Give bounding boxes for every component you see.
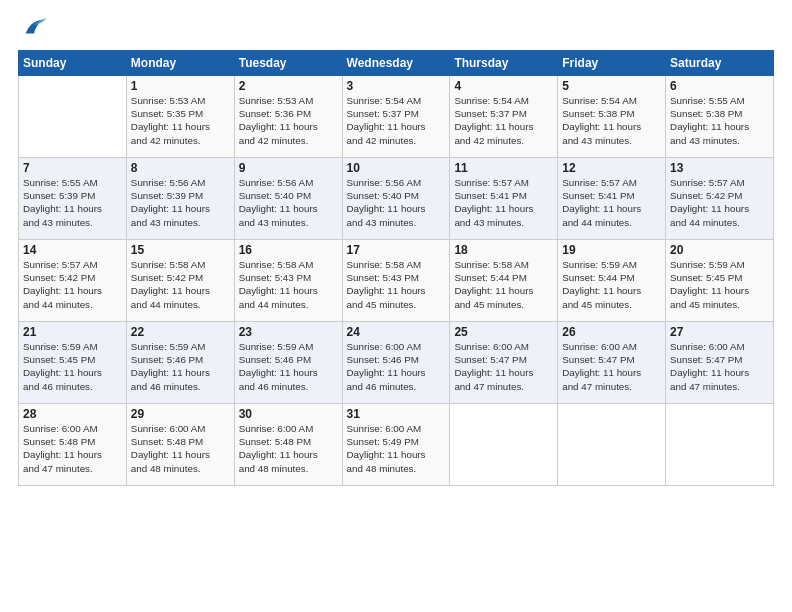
weekday-wednesday: Wednesday <box>342 51 450 76</box>
calendar-cell: 4Sunrise: 5:54 AM Sunset: 5:37 PM Daylig… <box>450 76 558 158</box>
calendar-cell: 31Sunrise: 6:00 AM Sunset: 5:49 PM Dayli… <box>342 404 450 486</box>
day-info: Sunrise: 5:53 AM Sunset: 5:36 PM Dayligh… <box>239 94 338 147</box>
day-number: 3 <box>347 79 446 93</box>
weekday-saturday: Saturday <box>666 51 774 76</box>
day-number: 26 <box>562 325 661 339</box>
day-info: Sunrise: 5:54 AM Sunset: 5:38 PM Dayligh… <box>562 94 661 147</box>
calendar-cell: 11Sunrise: 5:57 AM Sunset: 5:41 PM Dayli… <box>450 158 558 240</box>
day-number: 19 <box>562 243 661 257</box>
header <box>18 18 774 42</box>
day-info: Sunrise: 5:59 AM Sunset: 5:45 PM Dayligh… <box>670 258 769 311</box>
day-number: 18 <box>454 243 553 257</box>
day-info: Sunrise: 5:59 AM Sunset: 5:46 PM Dayligh… <box>131 340 230 393</box>
weekday-tuesday: Tuesday <box>234 51 342 76</box>
day-number: 25 <box>454 325 553 339</box>
calendar-cell: 14Sunrise: 5:57 AM Sunset: 5:42 PM Dayli… <box>19 240 127 322</box>
day-number: 16 <box>239 243 338 257</box>
day-number: 13 <box>670 161 769 175</box>
day-info: Sunrise: 6:00 AM Sunset: 5:48 PM Dayligh… <box>239 422 338 475</box>
day-number: 9 <box>239 161 338 175</box>
calendar-cell: 17Sunrise: 5:58 AM Sunset: 5:43 PM Dayli… <box>342 240 450 322</box>
calendar-cell: 7Sunrise: 5:55 AM Sunset: 5:39 PM Daylig… <box>19 158 127 240</box>
calendar-cell: 10Sunrise: 5:56 AM Sunset: 5:40 PM Dayli… <box>342 158 450 240</box>
day-info: Sunrise: 5:55 AM Sunset: 5:39 PM Dayligh… <box>23 176 122 229</box>
day-number: 11 <box>454 161 553 175</box>
page: SundayMondayTuesdayWednesdayThursdayFrid… <box>0 0 792 612</box>
day-number: 5 <box>562 79 661 93</box>
calendar-cell <box>19 76 127 158</box>
calendar-table: SundayMondayTuesdayWednesdayThursdayFrid… <box>18 50 774 486</box>
day-number: 24 <box>347 325 446 339</box>
weekday-thursday: Thursday <box>450 51 558 76</box>
calendar-cell: 18Sunrise: 5:58 AM Sunset: 5:44 PM Dayli… <box>450 240 558 322</box>
calendar-cell: 3Sunrise: 5:54 AM Sunset: 5:37 PM Daylig… <box>342 76 450 158</box>
calendar-cell: 15Sunrise: 5:58 AM Sunset: 5:42 PM Dayli… <box>126 240 234 322</box>
weekday-monday: Monday <box>126 51 234 76</box>
day-info: Sunrise: 6:00 AM Sunset: 5:46 PM Dayligh… <box>347 340 446 393</box>
day-info: Sunrise: 5:57 AM Sunset: 5:42 PM Dayligh… <box>670 176 769 229</box>
day-number: 4 <box>454 79 553 93</box>
day-info: Sunrise: 5:55 AM Sunset: 5:38 PM Dayligh… <box>670 94 769 147</box>
day-number: 2 <box>239 79 338 93</box>
day-info: Sunrise: 5:59 AM Sunset: 5:44 PM Dayligh… <box>562 258 661 311</box>
day-info: Sunrise: 5:59 AM Sunset: 5:46 PM Dayligh… <box>239 340 338 393</box>
day-info: Sunrise: 5:58 AM Sunset: 5:43 PM Dayligh… <box>239 258 338 311</box>
day-number: 27 <box>670 325 769 339</box>
day-info: Sunrise: 5:54 AM Sunset: 5:37 PM Dayligh… <box>347 94 446 147</box>
calendar-week-3: 21Sunrise: 5:59 AM Sunset: 5:45 PM Dayli… <box>19 322 774 404</box>
day-info: Sunrise: 5:54 AM Sunset: 5:37 PM Dayligh… <box>454 94 553 147</box>
calendar-cell <box>666 404 774 486</box>
day-info: Sunrise: 5:53 AM Sunset: 5:35 PM Dayligh… <box>131 94 230 147</box>
day-info: Sunrise: 5:58 AM Sunset: 5:43 PM Dayligh… <box>347 258 446 311</box>
calendar-cell: 19Sunrise: 5:59 AM Sunset: 5:44 PM Dayli… <box>558 240 666 322</box>
calendar-cell: 9Sunrise: 5:56 AM Sunset: 5:40 PM Daylig… <box>234 158 342 240</box>
day-info: Sunrise: 5:57 AM Sunset: 5:42 PM Dayligh… <box>23 258 122 311</box>
calendar-cell: 6Sunrise: 5:55 AM Sunset: 5:38 PM Daylig… <box>666 76 774 158</box>
calendar-cell: 20Sunrise: 5:59 AM Sunset: 5:45 PM Dayli… <box>666 240 774 322</box>
day-number: 15 <box>131 243 230 257</box>
calendar-week-4: 28Sunrise: 6:00 AM Sunset: 5:48 PM Dayli… <box>19 404 774 486</box>
calendar-cell: 25Sunrise: 6:00 AM Sunset: 5:47 PM Dayli… <box>450 322 558 404</box>
calendar-cell: 24Sunrise: 6:00 AM Sunset: 5:46 PM Dayli… <box>342 322 450 404</box>
day-info: Sunrise: 6:00 AM Sunset: 5:47 PM Dayligh… <box>454 340 553 393</box>
calendar-cell: 21Sunrise: 5:59 AM Sunset: 5:45 PM Dayli… <box>19 322 127 404</box>
calendar-cell: 28Sunrise: 6:00 AM Sunset: 5:48 PM Dayli… <box>19 404 127 486</box>
day-info: Sunrise: 6:00 AM Sunset: 5:47 PM Dayligh… <box>670 340 769 393</box>
day-number: 30 <box>239 407 338 421</box>
calendar-cell <box>558 404 666 486</box>
day-info: Sunrise: 5:59 AM Sunset: 5:45 PM Dayligh… <box>23 340 122 393</box>
calendar-week-1: 7Sunrise: 5:55 AM Sunset: 5:39 PM Daylig… <box>19 158 774 240</box>
calendar-week-2: 14Sunrise: 5:57 AM Sunset: 5:42 PM Dayli… <box>19 240 774 322</box>
day-info: Sunrise: 6:00 AM Sunset: 5:47 PM Dayligh… <box>562 340 661 393</box>
day-number: 21 <box>23 325 122 339</box>
day-info: Sunrise: 5:57 AM Sunset: 5:41 PM Dayligh… <box>454 176 553 229</box>
weekday-friday: Friday <box>558 51 666 76</box>
day-number: 29 <box>131 407 230 421</box>
calendar-cell: 2Sunrise: 5:53 AM Sunset: 5:36 PM Daylig… <box>234 76 342 158</box>
day-info: Sunrise: 5:58 AM Sunset: 5:42 PM Dayligh… <box>131 258 230 311</box>
day-number: 17 <box>347 243 446 257</box>
calendar-cell: 23Sunrise: 5:59 AM Sunset: 5:46 PM Dayli… <box>234 322 342 404</box>
calendar-week-0: 1Sunrise: 5:53 AM Sunset: 5:35 PM Daylig… <box>19 76 774 158</box>
day-number: 23 <box>239 325 338 339</box>
day-info: Sunrise: 6:00 AM Sunset: 5:49 PM Dayligh… <box>347 422 446 475</box>
day-number: 10 <box>347 161 446 175</box>
day-info: Sunrise: 5:56 AM Sunset: 5:40 PM Dayligh… <box>347 176 446 229</box>
calendar-cell: 13Sunrise: 5:57 AM Sunset: 5:42 PM Dayli… <box>666 158 774 240</box>
day-info: Sunrise: 5:58 AM Sunset: 5:44 PM Dayligh… <box>454 258 553 311</box>
calendar-cell: 8Sunrise: 5:56 AM Sunset: 5:39 PM Daylig… <box>126 158 234 240</box>
calendar-cell <box>450 404 558 486</box>
calendar-cell: 26Sunrise: 6:00 AM Sunset: 5:47 PM Dayli… <box>558 322 666 404</box>
calendar-cell: 1Sunrise: 5:53 AM Sunset: 5:35 PM Daylig… <box>126 76 234 158</box>
day-number: 8 <box>131 161 230 175</box>
day-info: Sunrise: 6:00 AM Sunset: 5:48 PM Dayligh… <box>23 422 122 475</box>
calendar-cell: 29Sunrise: 6:00 AM Sunset: 5:48 PM Dayli… <box>126 404 234 486</box>
day-number: 22 <box>131 325 230 339</box>
logo <box>18 18 48 42</box>
day-number: 12 <box>562 161 661 175</box>
day-number: 31 <box>347 407 446 421</box>
day-info: Sunrise: 5:56 AM Sunset: 5:39 PM Dayligh… <box>131 176 230 229</box>
calendar-cell: 30Sunrise: 6:00 AM Sunset: 5:48 PM Dayli… <box>234 404 342 486</box>
day-number: 20 <box>670 243 769 257</box>
day-number: 7 <box>23 161 122 175</box>
